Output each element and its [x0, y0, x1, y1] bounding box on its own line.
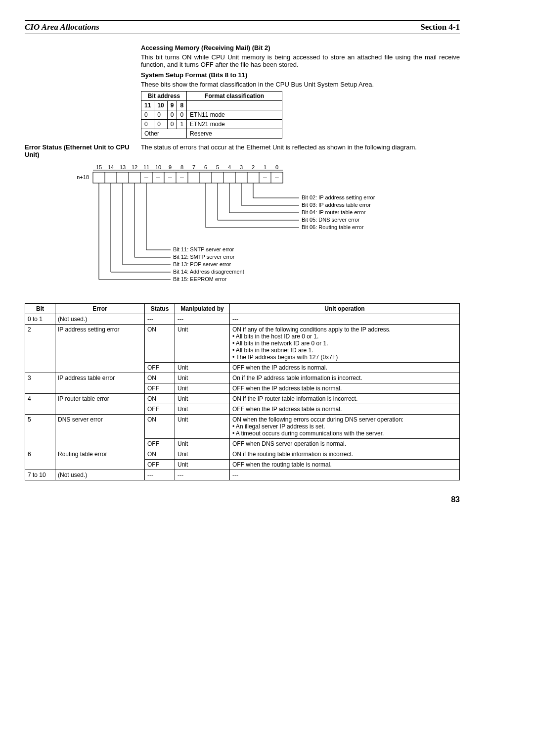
- td: ---: [230, 314, 460, 325]
- td: Unit: [175, 439, 230, 449]
- td: 0: [167, 120, 177, 129]
- td: ON: [145, 325, 175, 363]
- svg-text:–: –: [156, 173, 160, 181]
- td: Unit: [175, 394, 230, 404]
- td: ---: [145, 314, 175, 325]
- table-row: 11 10 9 8: [141, 101, 282, 110]
- td-reserve: Reserve: [187, 129, 282, 139]
- diag-label: Bit 12: SMTP server error: [173, 254, 235, 260]
- op-line: • An illegal server IP address is set.: [232, 423, 457, 430]
- op-line: • The IP address begins with 127 (0x7F): [232, 354, 457, 361]
- diag-label: Bit 04: IP router table error: [302, 209, 366, 215]
- td: 4: [25, 394, 55, 415]
- td: ---: [175, 470, 230, 480]
- bit-num: 1: [264, 164, 267, 170]
- diag-label: Bit 02: IP address setting error: [302, 194, 375, 200]
- th: Status: [145, 304, 175, 314]
- td: Unit: [175, 373, 230, 383]
- diag-label: Bit 11: SNTP server error: [173, 246, 234, 252]
- bit-num: 14: [108, 164, 114, 170]
- td: (Not used.): [55, 314, 145, 325]
- diag-label: Bit 03: IP address table error: [302, 202, 371, 208]
- td: 0 to 1: [25, 314, 55, 325]
- th-col: 8: [177, 101, 187, 110]
- th-empty: [187, 101, 282, 110]
- table-row: 2 IP address setting error ON Unit ON if…: [25, 325, 460, 363]
- error-status-row: Error Status (Ethernet Unit to CPU Unit)…: [25, 143, 460, 158]
- side-body: The status of errors that occur at the E…: [141, 143, 460, 151]
- td: Unit: [175, 460, 230, 470]
- page-number: 83: [25, 495, 460, 504]
- diagram-svg: 15 14 13 12 11 10 9 8 7 6 5 4 3 2 1 0 n+…: [54, 163, 460, 292]
- table-row: 0 0 0 0 ETN11 mode: [141, 110, 282, 120]
- td: IP address table error: [55, 373, 145, 394]
- td: 6: [25, 449, 55, 470]
- td: OFF: [145, 460, 175, 470]
- td: Unit: [175, 383, 230, 394]
- td: OFF when the IP address table is normal.: [230, 404, 460, 415]
- td: 0: [177, 110, 187, 120]
- body-bits8-11: These bits show the format classificatio…: [141, 81, 460, 88]
- bit-num: 4: [228, 164, 231, 170]
- td: IP router table error: [55, 394, 145, 415]
- td: Routing table error: [55, 449, 145, 470]
- svg-text:–: –: [275, 173, 279, 181]
- td: ON: [145, 449, 175, 460]
- td: 2: [25, 325, 55, 373]
- td: ---: [145, 470, 175, 480]
- td: Unit: [175, 404, 230, 415]
- bit-num: 8: [180, 164, 183, 170]
- td: (Not used.): [55, 470, 145, 480]
- td: OFF when DNS server operation is normal.: [230, 439, 460, 449]
- diag-label: Bit 13: POP server error: [173, 261, 231, 267]
- th: Unit operation: [230, 304, 460, 314]
- td: Unit: [175, 415, 230, 439]
- bit-num: 15: [96, 164, 102, 170]
- row-label: n+18: [77, 174, 89, 180]
- td: ON if any of the following conditions ap…: [230, 325, 460, 363]
- td: ON if the IP router table information is…: [230, 394, 460, 404]
- th-format: Format classification: [187, 92, 282, 101]
- td: OFF: [145, 404, 175, 415]
- td: 0: [154, 120, 167, 129]
- td: On if the IP address table information i…: [230, 373, 460, 383]
- td: ---: [230, 470, 460, 480]
- td: 0: [141, 110, 154, 120]
- td: OFF when the routing table is normal.: [230, 460, 460, 470]
- td: DNS server error: [55, 415, 145, 449]
- op-line: • All bits in the host ID are 0 or 1.: [232, 333, 457, 340]
- page-header: CIO Area Allocations Section 4-1: [25, 20, 460, 34]
- diag-label: Bit 06: Routing table error: [302, 224, 364, 230]
- th: Manipulated by: [175, 304, 230, 314]
- op-line: ON when the following errors occur durin…: [232, 416, 457, 423]
- op-line: • All bits in the subnet ID are 1.: [232, 347, 457, 354]
- td-other: Other: [141, 129, 187, 139]
- op-line: • All bits in the network ID are 0 or 1.: [232, 340, 457, 347]
- bit-diagram: 15 14 13 12 11 10 9 8 7 6 5 4 3 2 1 0 n+…: [54, 163, 460, 293]
- op-line: • A timeout occurs during communications…: [232, 430, 457, 437]
- table-row: Bit address Format classification: [141, 92, 282, 101]
- th-col: 10: [154, 101, 167, 110]
- side-label: Error Status (Ethernet Unit to CPU Unit): [25, 143, 141, 158]
- td: 0: [141, 120, 154, 129]
- bit-num: 12: [132, 164, 137, 170]
- bit-num: 10: [155, 164, 161, 170]
- td: Unit: [175, 325, 230, 363]
- td: 1: [177, 120, 187, 129]
- heading-bit2: Accessing Memory (Receiving Mail) (Bit 2…: [141, 44, 460, 51]
- td: OFF when the IP address table is normal.: [230, 383, 460, 394]
- svg-text:–: –: [263, 173, 267, 181]
- section-accessing-memory: Accessing Memory (Receiving Mail) (Bit 2…: [141, 44, 460, 139]
- table-row: Bit Error Status Manipulated by Unit ope…: [25, 304, 460, 314]
- svg-text:–: –: [144, 173, 148, 181]
- bit-address-table: Bit address Format classification 11 10 …: [141, 91, 282, 139]
- table-row: 0 0 0 1 ETN21 mode: [141, 120, 282, 129]
- td: ON: [145, 373, 175, 383]
- td: 0: [167, 110, 177, 120]
- error-status-table: Bit Error Status Manipulated by Unit ope…: [25, 303, 460, 480]
- bit-num: 2: [252, 164, 255, 170]
- td: ON when the following errors occur durin…: [230, 415, 460, 439]
- th-bit-address: Bit address: [141, 92, 187, 101]
- td: 0: [154, 110, 167, 120]
- th: Bit: [25, 304, 55, 314]
